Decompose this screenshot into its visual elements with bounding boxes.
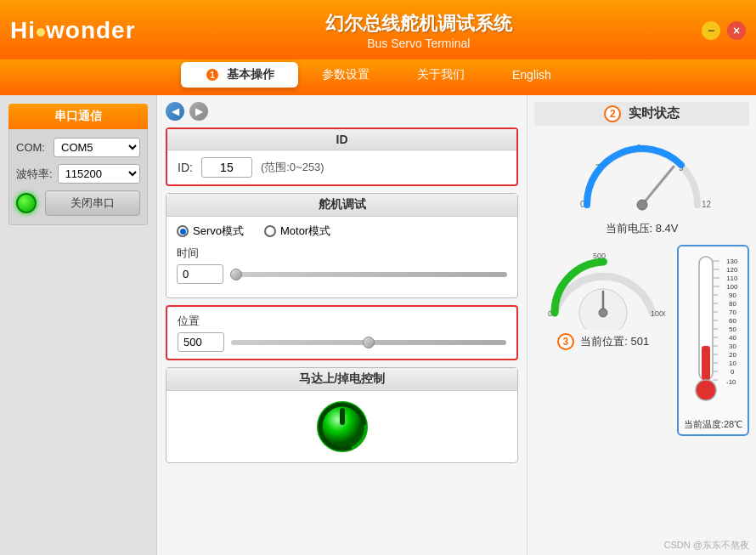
position-gauge-svg: 0 500 1000 bbox=[542, 245, 665, 330]
forward-button[interactable]: ▶ bbox=[189, 102, 208, 121]
pos-slider[interactable] bbox=[231, 340, 506, 345]
svg-point-33 bbox=[696, 380, 716, 400]
position-gauge-area: 0 500 1000 bbox=[534, 245, 672, 350]
motor-section: 马达上/掉电控制 bbox=[166, 367, 518, 463]
motor-mode-option[interactable]: Motor模式 bbox=[264, 224, 330, 239]
baud-field-row: 波特率: 115200 9600 19200 38400 57600 bbox=[16, 164, 140, 184]
close-button[interactable]: × bbox=[727, 21, 746, 40]
temp-area: 130 120 110 100 90 80 70 60 50 40 30 20 … bbox=[677, 245, 749, 436]
tab-about-label: 关于我们 bbox=[417, 67, 465, 81]
id-section-title: ID bbox=[167, 129, 516, 150]
time-row bbox=[177, 264, 507, 284]
svg-text:1000: 1000 bbox=[651, 309, 665, 318]
id-input[interactable] bbox=[201, 157, 252, 178]
position-section: 位置 bbox=[166, 305, 518, 360]
realtime-title: 2 实时状态 bbox=[534, 102, 749, 126]
servo-title: 舵机调试 bbox=[166, 194, 517, 217]
svg-text:30: 30 bbox=[729, 343, 736, 350]
bottom-gauges: 0 500 1000 bbox=[534, 245, 749, 436]
svg-text:20: 20 bbox=[729, 351, 736, 359]
tab-about[interactable]: 关于我们 bbox=[393, 62, 488, 88]
svg-line-8 bbox=[642, 167, 674, 205]
nav-bar: 1 基本操作 参数设置 关于我们 English bbox=[0, 59, 756, 95]
serial-comm-body: COM: COM5 COM1 COM2 COM3 COM4 波特率: 11520… bbox=[8, 129, 148, 225]
main-content: 串口通信 COM: COM5 COM1 COM2 COM3 COM4 波特率: … bbox=[0, 95, 756, 555]
tab-basic-badge: 1 bbox=[205, 67, 220, 82]
logo-area: HiHiwonderwonder bbox=[10, 17, 136, 44]
pos-badge: 3 bbox=[557, 333, 574, 350]
baud-select[interactable]: 115200 9600 19200 38400 57600 bbox=[58, 164, 140, 184]
voltage-gauge-svg: 0 12 6 3 9 bbox=[570, 133, 714, 218]
servo-body: Servo模式 Motor模式 时间 bbox=[166, 217, 517, 297]
time-slider[interactable] bbox=[230, 272, 507, 277]
thermometer-svg: 130 120 110 100 90 80 70 60 50 40 30 20 … bbox=[682, 250, 746, 420]
pos-current-text: 当前位置: 501 bbox=[580, 335, 649, 348]
pos-input[interactable] bbox=[178, 332, 224, 352]
status-led bbox=[16, 193, 37, 213]
watermark: CSDN @东东不熬夜 bbox=[664, 539, 749, 552]
svg-rect-2 bbox=[340, 408, 345, 425]
svg-text:130: 130 bbox=[726, 258, 738, 265]
svg-text:40: 40 bbox=[729, 334, 736, 342]
id-section-body: ID: (范围:0~253) bbox=[167, 150, 516, 184]
time-label: 时间 bbox=[177, 246, 507, 261]
realtime-title-text: 实时状态 bbox=[629, 105, 680, 120]
svg-text:100: 100 bbox=[726, 283, 738, 291]
servo-section: 舵机调试 Servo模式 Motor模式 时间 bbox=[166, 193, 518, 298]
tab-english[interactable]: English bbox=[488, 63, 575, 87]
logo-text: HiHiwonderwonder bbox=[10, 17, 136, 44]
title-bar: HiHiwonderwonder 幻尔总线舵机调试系统 Bus Servo Te… bbox=[0, 0, 756, 59]
id-row: ID: (范围:0~253) bbox=[178, 157, 506, 178]
title-center: 幻尔总线舵机调试系统 Bus Servo Terminal bbox=[136, 11, 702, 50]
voltage-gauge-area: 0 12 6 3 9 bbox=[534, 133, 749, 218]
pos-slider-thumb[interactable] bbox=[363, 337, 375, 348]
svg-text:80: 80 bbox=[729, 300, 736, 308]
tab-params-label: 参数设置 bbox=[322, 67, 370, 81]
id-section: ID ID: (范围:0~253) bbox=[166, 127, 518, 186]
app-title-cn: 幻尔总线舵机调试系统 bbox=[136, 11, 702, 37]
tab-basic[interactable]: 1 基本操作 bbox=[181, 62, 298, 88]
svg-text:10: 10 bbox=[729, 360, 736, 367]
tab-params[interactable]: 参数设置 bbox=[298, 62, 393, 88]
time-input[interactable] bbox=[177, 264, 223, 284]
motor-mode-label: Motor模式 bbox=[280, 224, 330, 239]
pos-current-label: 3 当前位置: 501 bbox=[534, 333, 672, 350]
svg-text:12: 12 bbox=[702, 200, 712, 209]
com-label: COM: bbox=[16, 141, 48, 154]
pos-label: 位置 bbox=[178, 314, 506, 329]
motor-title: 马达上/掉电控制 bbox=[166, 368, 517, 391]
power-button[interactable] bbox=[315, 399, 370, 454]
svg-text:50: 50 bbox=[729, 326, 736, 333]
window-controls: − × bbox=[702, 21, 746, 40]
svg-text:0: 0 bbox=[731, 368, 735, 376]
motor-body bbox=[166, 391, 517, 462]
pos-row bbox=[178, 332, 506, 352]
baud-label: 波特率: bbox=[16, 167, 53, 182]
svg-point-9 bbox=[637, 200, 647, 210]
back-button[interactable]: ◀ bbox=[166, 102, 184, 121]
center-panel: ◀ ▶ ID ID: (范围:0~253) 舵机调试 bbox=[157, 95, 527, 555]
servo-mode-label: Servo模式 bbox=[193, 224, 244, 239]
servo-mode-option[interactable]: Servo模式 bbox=[177, 224, 244, 239]
com-select[interactable]: COM5 COM1 COM2 COM3 COM4 bbox=[54, 138, 140, 157]
minimize-button[interactable]: − bbox=[702, 21, 720, 40]
svg-text:-10: -10 bbox=[726, 378, 736, 386]
right-panel: 2 实时状态 0 12 6 3 9 bbox=[527, 95, 756, 555]
svg-text:90: 90 bbox=[729, 292, 736, 299]
com-field-row: COM: COM5 COM1 COM2 COM3 COM4 bbox=[16, 138, 140, 157]
pos-gauge: 0 500 1000 bbox=[534, 245, 672, 330]
mode-row: Servo模式 Motor模式 bbox=[177, 224, 507, 239]
address-bar: ◀ ▶ bbox=[166, 102, 518, 121]
time-slider-thumb[interactable] bbox=[230, 269, 242, 280]
tab-english-label: English bbox=[512, 68, 551, 82]
motor-mode-radio[interactable] bbox=[264, 225, 276, 237]
svg-text:120: 120 bbox=[726, 266, 738, 274]
servo-mode-radio[interactable] bbox=[177, 225, 189, 237]
svg-text:110: 110 bbox=[726, 275, 738, 282]
temp-label: 当前温度:28℃ bbox=[682, 418, 744, 431]
app-title-en: Bus Servo Terminal bbox=[136, 37, 702, 50]
close-serial-button[interactable]: 关闭串口 bbox=[45, 190, 140, 216]
svg-rect-32 bbox=[702, 346, 710, 380]
svg-point-15 bbox=[599, 309, 607, 317]
sidebar: 串口通信 COM: COM5 COM1 COM2 COM3 COM4 波特率: … bbox=[0, 95, 157, 555]
